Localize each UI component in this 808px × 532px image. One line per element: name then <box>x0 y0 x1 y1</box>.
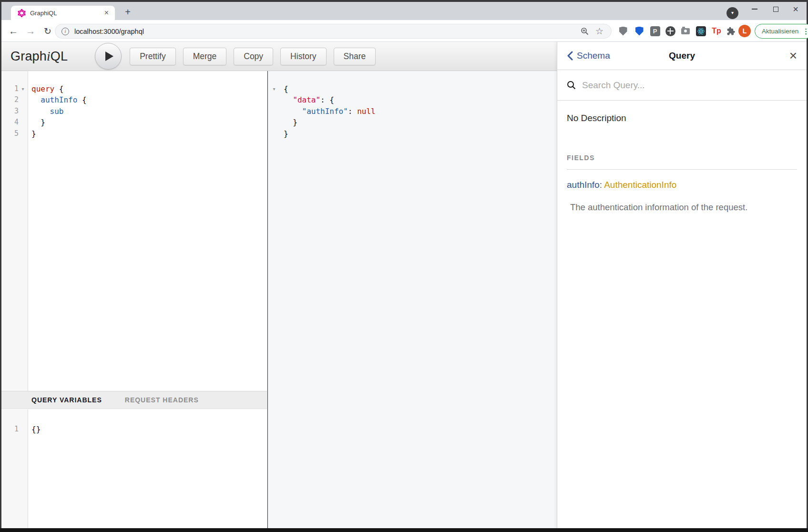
back-button[interactable]: ← <box>6 20 20 42</box>
toolbar-button-prettify[interactable]: Prettify <box>130 48 175 65</box>
query-editor-code[interactable]: query { authInfo { sub }} <box>28 71 267 391</box>
code-line[interactable]: } <box>31 117 267 128</box>
new-tab-button[interactable]: + <box>122 6 134 19</box>
minimize-icon <box>752 9 757 10</box>
code-line[interactable]: "authInfo": null <box>284 106 557 117</box>
gutter-row: 1 <box>1 424 28 435</box>
doc-explorer-header: Schema Query × <box>557 42 807 70</box>
window-minimize-button[interactable] <box>747 2 763 16</box>
shield-icon <box>619 27 627 36</box>
url-text[interactable]: localhost:3000/graphql <box>74 28 581 35</box>
browser-address-bar: ← → ↻ i localhost:3000/graphql ☆ P Tp L … <box>1 20 807 42</box>
zoom-level-icon[interactable] <box>581 27 589 35</box>
field-name-link[interactable]: authInfo <box>567 180 600 190</box>
p-extension-icon[interactable]: P <box>649 25 661 37</box>
variables-editor[interactable]: 1 {} <box>1 409 267 528</box>
shield-icon <box>635 27 644 36</box>
window-bottom-edge <box>0 528 808 532</box>
line-number: 1 <box>1 424 19 435</box>
tp-extension-icon[interactable]: Tp <box>711 25 722 37</box>
react-devtools-extension-icon[interactable] <box>695 25 706 37</box>
graphiql-toolbar-buttons: PrettifyMergeCopyHistoryShare <box>130 48 376 65</box>
graphiql-logo: GraphiQL <box>10 49 68 64</box>
kebab-menu-icon[interactable]: ⋮ <box>802 27 808 36</box>
query-editor[interactable]: 1▾2345 query { authInfo { sub }} <box>1 71 267 391</box>
tp-label: Tp <box>712 27 721 35</box>
line-number: 1 <box>1 83 19 94</box>
response-code: { "data": { "authInfo": null }} <box>280 71 557 528</box>
close-icon: × <box>793 4 798 14</box>
line-number: 2 <box>1 94 19 105</box>
doc-field-row: authInfo: AuthenticationInfo <box>567 180 797 190</box>
toolbar-button-merge[interactable]: Merge <box>183 48 227 65</box>
doc-no-description: No Description <box>567 113 797 123</box>
doc-search-row <box>557 70 807 101</box>
reload-button[interactable]: ↻ <box>41 20 55 42</box>
ublock-extension-icon[interactable] <box>617 25 629 37</box>
browser-tab[interactable]: GraphiQL × <box>11 6 115 20</box>
variables-editor-gutter: 1 <box>1 409 28 528</box>
left-column: 1▾2345 query { authInfo { sub }} QUERY V… <box>1 71 267 528</box>
window-close-button[interactable]: × <box>788 2 804 16</box>
doc-back-link[interactable]: Schema <box>567 51 610 61</box>
browser-caret-icon[interactable]: ▾ <box>726 7 738 19</box>
camera-icon <box>681 28 690 34</box>
response-viewer: ▾ { "data": { "authInfo": null }} <box>268 71 557 528</box>
code-line[interactable]: authInfo { <box>31 94 267 105</box>
gutter-row <box>268 128 280 139</box>
window-maximize-button[interactable] <box>767 2 784 16</box>
tab-title: GraphiQL <box>30 10 103 17</box>
query-editor-gutter: 1▾2345 <box>1 71 28 391</box>
code-line[interactable]: } <box>284 117 557 128</box>
move-extension-icon[interactable] <box>665 25 676 37</box>
doc-fields-header: FIELDS <box>567 154 797 170</box>
toolbar-button-copy[interactable]: Copy <box>234 48 273 65</box>
search-icon <box>567 81 576 90</box>
doc-back-label: Schema <box>577 51 610 61</box>
profile-avatar[interactable]: L <box>738 25 751 37</box>
gutter-row: 1▾ <box>1 83 28 94</box>
gutter-row: 4 <box>1 117 28 128</box>
code-line[interactable]: } <box>31 128 267 139</box>
fold-arrow-icon[interactable]: ▾ <box>19 83 27 94</box>
browser-tab-strip: GraphiQL × + ▾ × <box>1 2 807 20</box>
doc-close-button[interactable]: × <box>789 49 797 62</box>
tab-request-headers[interactable]: REQUEST HEADERS <box>125 396 199 404</box>
gutter-row: ▾ <box>268 83 280 94</box>
line-number: 3 <box>1 106 19 117</box>
site-info-icon[interactable]: i <box>61 28 69 35</box>
code-line[interactable]: sub <box>31 106 267 117</box>
avatar-letter: L <box>743 27 747 35</box>
chrome-update-button[interactable]: Aktualisieren ⋮ <box>755 24 808 39</box>
code-line[interactable]: "data": { <box>284 94 557 105</box>
fold-arrow-icon[interactable]: ▾ <box>268 83 280 94</box>
bookmark-star-icon[interactable]: ☆ <box>595 27 603 36</box>
puzzle-icon <box>726 27 736 36</box>
execute-query-button[interactable] <box>95 43 122 70</box>
gutter-row: 3 <box>1 106 28 117</box>
field-colon: : <box>600 180 602 190</box>
field-type-link[interactable]: AuthenticationInfo <box>604 180 676 190</box>
doc-body: No Description FIELDS authInfo: Authenti… <box>557 113 807 213</box>
forward-button[interactable]: → <box>23 20 38 42</box>
doc-search-input[interactable] <box>582 80 797 91</box>
url-omnibox[interactable]: i localhost:3000/graphql ☆ <box>55 24 612 39</box>
tab-close-icon[interactable]: × <box>103 9 110 17</box>
bitwarden-extension-icon[interactable] <box>634 25 645 37</box>
code-line[interactable]: {} <box>31 424 267 435</box>
code-line[interactable]: query { <box>31 83 267 94</box>
code-line[interactable]: } <box>284 128 557 139</box>
extensions-puzzle-icon[interactable] <box>725 25 736 37</box>
tab-query-variables[interactable]: QUERY VARIABLES <box>31 396 102 404</box>
screenshot-extension-icon[interactable] <box>680 25 691 37</box>
graphiql-toolbar: GraphiQL PrettifyMergeCopyHistoryShare <box>1 42 557 71</box>
variables-editor-code[interactable]: {} <box>28 409 267 528</box>
play-icon <box>105 51 113 61</box>
maximize-icon <box>773 7 778 12</box>
code-line[interactable]: { <box>284 83 557 94</box>
toolbar-button-share[interactable]: Share <box>334 48 376 65</box>
toolbar-button-history[interactable]: History <box>280 48 326 65</box>
update-label: Aktualisieren <box>762 28 798 35</box>
graphql-favicon-icon <box>18 9 26 17</box>
gutter-row <box>268 117 280 128</box>
